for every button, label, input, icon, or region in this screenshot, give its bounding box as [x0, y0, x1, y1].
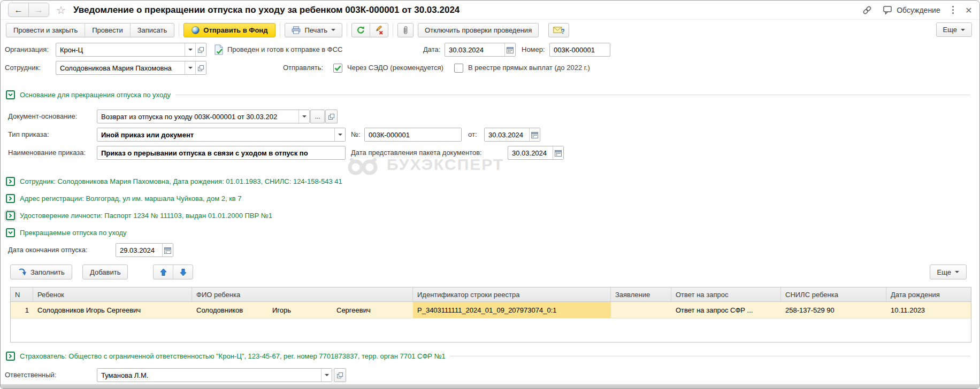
col-header-birth-date[interactable]: Дата рождения [886, 287, 971, 301]
col-header-application[interactable]: Заявление [611, 287, 671, 301]
table-row[interactable]: 1 Солодовников Игорь Сергеевич Солодовни… [11, 302, 971, 318]
section-employee-title: Сотрудник: Солодовникова Мария Пахомовна… [20, 177, 342, 185]
close-icon[interactable]: × [966, 4, 972, 15]
order-type-dropdown-button[interactable] [334, 128, 345, 141]
number-input[interactable]: 003К-000001 [549, 43, 610, 57]
help-mail-button[interactable]: ? [548, 23, 569, 37]
col-header-num[interactable]: N [11, 287, 33, 301]
employee-dropdown-button[interactable] [185, 61, 195, 74]
col-header-snils[interactable]: СНИЛС ребенка [781, 287, 886, 301]
section-basis-header[interactable]: Основание для прекращения отпуска по ухо… [6, 90, 970, 99]
responsible-dropdown-button[interactable] [321, 369, 332, 382]
order-date-input[interactable]: 30.03.2024 [484, 128, 540, 142]
org-label: Организация: [5, 43, 49, 57]
cell-num[interactable]: 1 [11, 302, 33, 318]
col-header-child[interactable]: Ребенок [33, 287, 192, 301]
attachments-button[interactable] [397, 23, 414, 37]
doc-basis-choose-button[interactable]: ... [310, 110, 325, 123]
package-date-calendar-button[interactable] [553, 146, 563, 159]
more-vertical-icon[interactable] [950, 6, 956, 14]
back-button[interactable]: ← [9, 3, 28, 17]
refresh-edit-group [351, 23, 388, 37]
cell-child[interactable]: Солодовников Игорь Сергеевич [33, 302, 192, 318]
section-expand-icon[interactable] [6, 211, 15, 220]
order-type-label: Тип приказа: [8, 128, 49, 142]
registry-checkbox[interactable] [454, 64, 463, 73]
forward-button[interactable]: → [28, 3, 49, 17]
save-button[interactable]: Записать [130, 24, 174, 37]
section-insurer-header[interactable]: Страхователь: Общество с ограниченной от… [6, 351, 970, 361]
add-row-button[interactable]: Добавить [82, 264, 128, 279]
cell-application[interactable] [611, 302, 671, 318]
nav-history-group: ← → [8, 3, 49, 17]
doc-basis-dropdown-button[interactable] [298, 110, 309, 123]
send-to-fund-button[interactable]: Отправить в Фонд [183, 23, 275, 37]
print-dropdown-caret-icon [331, 29, 335, 31]
section-leaves-header[interactable]: Прекращаемые отпуска по уходу [6, 228, 127, 237]
section-expand-icon[interactable] [6, 352, 15, 361]
date-input[interactable]: 30.03.2024 [445, 43, 516, 57]
section-identity-header[interactable]: Удостоверение личности: Паспорт 1234 № 1… [6, 211, 272, 220]
fill-icon [18, 268, 27, 276]
edit-cancel-icon [374, 26, 384, 35]
cell-response[interactable]: Ответ на запрос СФР ... [671, 302, 781, 318]
col-header-registry-id[interactable]: Идентификатор строки реестра [413, 287, 611, 301]
date-calendar-button[interactable] [504, 43, 515, 56]
order-date-calendar-button[interactable] [529, 128, 540, 141]
col-header-fio[interactable]: ФИО ребенка [192, 287, 413, 301]
section-collapse-icon[interactable] [6, 90, 15, 99]
cell-snils[interactable]: 258-137-529 90 [781, 302, 886, 318]
dropdown-caret-icon [188, 67, 193, 69]
toolbar-more-button[interactable]: Еще [936, 22, 972, 37]
section-employee-header[interactable]: Сотрудник: Солодовникова Мария Пахомовна… [6, 176, 342, 186]
order-name-label: Наименование приказа: [8, 146, 86, 160]
table-more-button[interactable]: Еще [930, 264, 967, 279]
doc-basis-input[interactable]: Возврат из отпуска по уходу 003К-000001 … [97, 110, 310, 123]
employee-open-button[interactable] [195, 61, 206, 74]
col-header-response[interactable]: Ответ на запрос [671, 287, 781, 301]
responsible-open-button[interactable] [334, 368, 346, 382]
doc-basis-open-button[interactable] [325, 110, 338, 123]
calendar-icon [531, 131, 538, 138]
window-bottom-edge [1, 384, 979, 388]
org-dropdown-button[interactable] [185, 43, 195, 56]
sedo-checkbox[interactable] [333, 64, 342, 73]
org-open-button[interactable] [195, 43, 206, 56]
disable-checks-button[interactable]: Отключить проверки проведения [418, 23, 539, 37]
order-name-input[interactable]: Приказ о прерывании отпуска в связи с ух… [97, 146, 346, 160]
attachment-icon [402, 26, 409, 35]
print-button[interactable]: Печать [285, 23, 342, 37]
link-icon[interactable] [862, 5, 872, 15]
fill-button[interactable]: Заполнить [10, 264, 72, 279]
discussion-button[interactable]: Обсуждение [882, 5, 940, 15]
post-and-close-button[interactable]: Провести и закрыть [6, 24, 85, 37]
cancel-edit-button[interactable] [370, 24, 388, 37]
section-expand-icon[interactable] [6, 177, 15, 186]
move-up-button[interactable] [154, 265, 173, 279]
end-date-input[interactable]: 29.03.2024 [116, 243, 173, 257]
section-insurer-title: Страхователь: Общество с ограниченной от… [20, 352, 446, 360]
order-from-label: от: [468, 128, 477, 142]
favorite-star-icon[interactable]: ☆ [56, 4, 66, 17]
order-type-select[interactable]: Иной приказ или документ [97, 128, 346, 142]
section-leaves-title: Прекращаемые отпуска по уходу [20, 229, 127, 237]
move-down-button[interactable] [173, 265, 193, 279]
cell-birth-date[interactable]: 10.11.2023 [886, 302, 971, 318]
refresh-button[interactable] [352, 24, 370, 37]
section-expand-icon[interactable] [6, 194, 15, 203]
dropdown-caret-icon [325, 374, 329, 376]
order-no-input[interactable]: 003К-000001 [364, 128, 462, 142]
employee-input[interactable]: Солодовникова Мария Пахомовна [56, 61, 206, 75]
page-title: Уведомление о прекращении отпуска по ухо… [73, 5, 460, 15]
cell-fio[interactable]: Солодовников Игорь Сергеевич [192, 302, 413, 318]
post-button[interactable]: Провести [85, 24, 130, 37]
checkmark-icon [334, 65, 341, 71]
section-collapse-icon[interactable] [6, 228, 15, 237]
org-input[interactable]: Крон-Ц [56, 43, 206, 57]
responsible-input[interactable]: Туманова Л.М. [97, 368, 332, 382]
end-date-calendar-button[interactable] [162, 244, 173, 256]
children-table: N Ребенок ФИО ребенка Идентификатор стро… [10, 287, 971, 343]
section-address-header[interactable]: Адрес регистрации: Волгоград, ул им. мар… [6, 193, 242, 203]
cell-registry-id[interactable]: Р_3403111111_2024_01_09_207973074_0:1 [413, 302, 611, 318]
package-date-input[interactable]: 30.03.2024 [508, 146, 564, 160]
